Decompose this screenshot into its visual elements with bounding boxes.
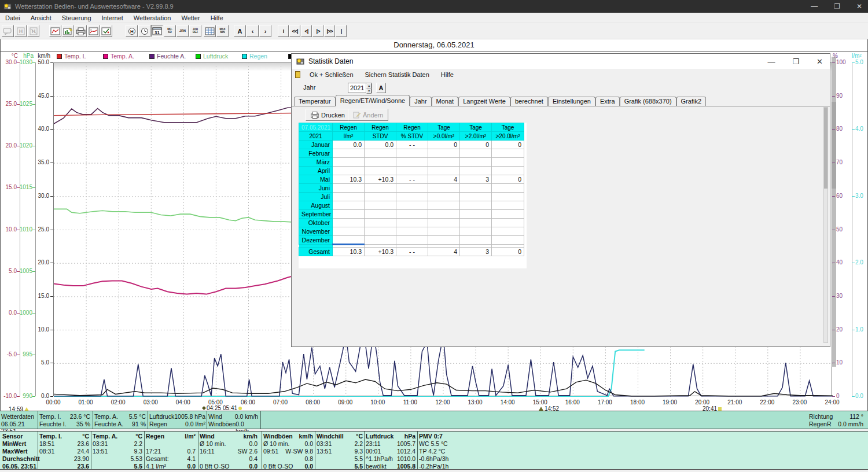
tab-jahr[interactable]: Jahr [410,97,431,106]
legend-luftdruck[interactable]: Luftdruck [196,53,228,60]
stats-cell[interactable] [492,227,524,236]
spin-down-icon[interactable]: ▼ [366,89,372,94]
stats-cell[interactable] [365,210,396,219]
stats-cell[interactable] [492,184,524,193]
dialog-scrollbar-thumb[interactable] [824,108,827,189]
year-value[interactable]: 2021 [348,83,366,93]
week-mo-so-button[interactable]: MO-SO [164,25,176,37]
dialog-maximize-icon[interactable]: ❐ [792,57,799,66]
stats-cell[interactable] [460,201,492,210]
menu-sichern-statistik[interactable]: Sichern Statistik Daten [359,70,435,79]
stats-cell[interactable] [365,193,396,201]
menu-internet[interactable]: Internet [97,14,128,22]
stats-cell[interactable] [365,201,396,210]
nav-last-button[interactable]: |>> [324,25,335,37]
stats-cell[interactable] [333,236,365,245]
menu-wetterstation[interactable]: Wetterstation [128,14,176,22]
stats-cell[interactable] [333,201,365,210]
minimize-icon[interactable]: — [811,2,818,10]
tab-grafik-688x370-[interactable]: Grafik (688x370) [620,97,676,106]
stats-cell[interactable] [460,193,492,201]
legend-temp-a-[interactable]: Temp. A. [103,53,134,60]
stats-cell[interactable]: 4 [428,175,460,184]
stats-cell[interactable] [492,158,524,167]
stats-cell[interactable] [492,210,524,219]
spinner-arrows[interactable]: ▲▼ [366,83,372,93]
stats-cell[interactable] [365,149,396,158]
spin-up-icon[interactable]: ▲ [366,83,372,89]
stats-cell[interactable]: 10.3 [333,248,365,256]
stats-cell[interactable] [396,184,428,193]
clock-button[interactable] [138,25,150,37]
stats-cell[interactable] [428,227,460,236]
stats-cell[interactable] [492,219,524,227]
menu-datei[interactable]: Datei [0,14,25,22]
tab-berechnet[interactable]: berechnet [510,97,548,106]
chart-red-button[interactable] [49,25,61,37]
jan-dez-button[interactable]: JAHDEZ [189,25,201,37]
year-jrn-button[interactable]: JRN [176,25,189,37]
nav-now-button[interactable]: I [278,25,289,37]
legend-regen[interactable]: Regen [242,53,267,60]
chart-edit-button[interactable] [62,25,74,37]
stats-cell[interactable] [428,193,460,201]
menu-hilfe[interactable]: Hilfe [205,14,229,22]
stats-cell[interactable] [333,184,365,193]
stats-cell[interactable] [396,149,428,158]
maximize-icon[interactable]: ❐ [834,2,840,10]
tab-monat[interactable]: Monat [432,97,459,106]
menu-ok-schliessen[interactable]: Ok + Schließen [304,70,359,79]
stats-cell[interactable] [396,193,428,201]
stats-cell[interactable]: 3 [460,175,492,184]
stats-cell[interactable]: 10.3 [333,175,365,184]
stats-cell[interactable] [460,167,492,175]
stats-cell[interactable] [333,167,365,175]
dialog-scrollbar[interactable] [823,107,828,343]
stats-cell[interactable] [396,201,428,210]
stats-cell[interactable] [428,236,460,245]
day-31-button[interactable]: 31 [151,25,163,37]
stats-cell[interactable] [333,227,365,236]
stats-cell[interactable] [396,167,428,175]
chart-check-button[interactable] [100,25,112,37]
stats-cell[interactable] [365,184,396,193]
stats-cell[interactable] [460,158,492,167]
prev-button[interactable]: ‹ [247,25,259,37]
menu-steuerung[interactable]: Steuerung [57,14,97,22]
stats-cell[interactable]: 0.0 [365,141,396,149]
menu-hilfe[interactable]: Hilfe [435,70,459,79]
dialog-title-bar[interactable]: Statistik Daten — ❐ ✕ [292,54,830,69]
stats-cell[interactable]: - - [396,141,428,149]
stats-cell[interactable] [333,193,365,201]
stats-cell[interactable] [460,236,492,245]
tab-langzeit-werte[interactable]: Langzeit Werte [458,97,510,106]
hour-clock-button[interactable]: H [126,25,138,37]
stats-cell[interactable] [460,184,492,193]
stats-cell[interactable] [492,236,524,245]
max-min-button[interactable]: MAXMIN [216,25,229,37]
dialog-minimize-icon[interactable]: — [767,57,775,66]
drucken-button[interactable]: Drucken [306,109,350,121]
stats-cell[interactable]: +10.3 [365,175,396,184]
stats-cell[interactable]: - - [396,175,428,184]
chart-curve-button[interactable]: x [87,25,100,37]
stats-cell[interactable] [396,227,428,236]
tab-grafik2[interactable]: Grafik2 [676,97,706,106]
stats-cell[interactable]: - - [396,248,428,256]
stats-cell[interactable] [492,149,524,158]
table-grid-button[interactable] [204,25,216,37]
stats-cell[interactable]: 0 [460,141,492,149]
nav-first-button[interactable]: <<| [289,25,300,37]
tab-extra[interactable]: Extra [595,97,620,106]
stats-cell[interactable]: 0 [492,141,524,149]
nav-fwd-button[interactable]: |> [312,25,323,37]
stats-cell[interactable] [492,193,524,201]
stats-cell[interactable] [396,158,428,167]
auto-a-button[interactable]: A [234,25,246,37]
legend-temp-i-[interactable]: Temp. I. [57,53,86,60]
tab-temperatur[interactable]: Temperatur [294,97,336,106]
stats-cell[interactable] [428,167,460,175]
stats-cell[interactable] [396,210,428,219]
tab-regen-et-wind-sonne[interactable]: Regen/ET/Wind/Sonne [336,95,410,106]
stats-cell[interactable] [365,227,396,236]
